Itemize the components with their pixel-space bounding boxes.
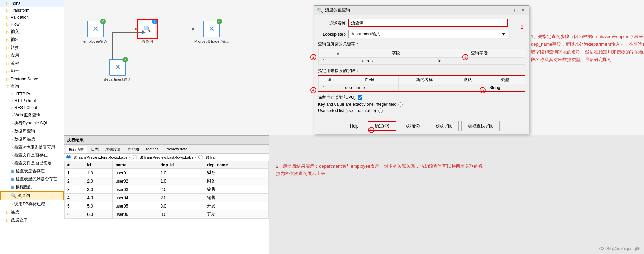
cell-num: 4 — [65, 194, 84, 202]
tab-step-metrics[interactable]: 步骤度量 — [102, 146, 124, 153]
sidebar-item-label: 输出 — [11, 37, 19, 43]
num6-label: 6 — [368, 127, 374, 133]
receive-fields-table-wrap: # Field 新的名称 默认 类型 1 dep_name — [318, 75, 525, 92]
cell-name: user04 — [112, 194, 158, 202]
sidebar-item-check-file-lock[interactable]: ○ 检查文件是否已锁定 — [0, 159, 64, 167]
sidebar-item-check-table-exist[interactable]: ▦ 检查表是否存在 — [0, 167, 64, 175]
sidebar-item-script[interactable]: ▷ 脚本 — [0, 68, 64, 76]
sidebar-item-joins[interactable]: ▷ Joins — [0, 0, 64, 7]
sidebar-item-stream-lookup[interactable]: 🔍 流查询 — [0, 191, 64, 200]
num6-circle: 6 — [368, 127, 376, 133]
close-button[interactable]: ✕ — [520, 8, 526, 13]
radio-first-rows[interactable] — [66, 155, 71, 159]
excel-node-box[interactable]: ✕ — [203, 21, 220, 37]
table1-row: 1 dep_id id — [319, 58, 525, 65]
sidebar-item-apply[interactable]: ▷ 应用 — [0, 52, 64, 60]
cancel-button[interactable]: 取消(C) — [399, 121, 426, 131]
sidebar-item-label: 执行Dynamic SQL — [14, 120, 48, 126]
sidebar-item-web-query[interactable]: ○ Web 服务查询 — [0, 111, 64, 119]
sidebar-item-connect[interactable]: ▷ 连接 — [0, 208, 64, 216]
minimize-button[interactable]: — — [505, 8, 512, 13]
lookup-step-select[interactable]: department输入 ▼ — [348, 30, 508, 38]
sidebar-item-label: 连接 — [11, 209, 19, 215]
radio-sorted[interactable] — [378, 108, 383, 113]
annotation1: 1、先指定查询步骤（因为根据employee表dep_id字段来查询depart… — [531, 33, 644, 63]
dialog-window: 🔍 流里的值查询 — □ ✕ 步骤名称 Lookup step departme… — [314, 5, 529, 134]
sidebar-item-flow[interactable]: ▷ Flow — [0, 21, 64, 28]
tab-preview[interactable]: Preview data — [162, 146, 190, 153]
sidebar-item-check-col-exist[interactable]: ▦ 检查表里的列是否存在 — [0, 175, 64, 183]
sidebar-item-transform[interactable]: ▷ Transform — [0, 7, 64, 14]
employee-node-box[interactable]: ✕ — [87, 21, 104, 37]
cell-dep-name: 开发 — [204, 202, 269, 210]
radio-integer[interactable] — [398, 102, 403, 107]
sidebar-item-output[interactable]: ▷ 输出 — [0, 36, 64, 44]
sidebar-item-label: Flow — [11, 22, 19, 27]
sidebar-item-fuzzy-match[interactable]: ▦ 模糊匹配 — [0, 183, 64, 191]
get-fields-button[interactable]: 获取字段 — [429, 121, 459, 131]
sidebar-item-rest[interactable]: ○ REST Client — [0, 104, 64, 111]
tab-metrics[interactable]: Metrics — [143, 146, 161, 153]
table-row: 4 4.0 user04 2.0 销售 — [65, 194, 269, 202]
cell-dep-name: 开发 — [204, 210, 269, 219]
cell-id: 6.0 — [84, 210, 112, 219]
radio-last-label: ${TransPreview.LastRows.Label} — [140, 155, 196, 159]
sidebar-item-label: HTTP Post — [14, 91, 34, 96]
folder-icon: ▷ — [6, 29, 9, 34]
sidebar-item-label: HTTP client — [14, 98, 36, 103]
sidebar-item-label: 检查文件是否存在 — [14, 152, 48, 158]
results-tabs: 执行历史 日志 步骤度量 性能图 Metrics Preview data — [64, 145, 269, 154]
sidebar-item-dynamic-sql[interactable]: ○ 执行Dynamic SQL — [0, 119, 64, 127]
checkbox1[interactable] — [358, 95, 362, 100]
results-header: 执行结果 — [64, 136, 269, 145]
radio-last-rows[interactable] — [133, 155, 137, 159]
dropdown-arrow-icon: ▼ — [501, 32, 506, 37]
tab-execution-history[interactable]: 执行历史 — [66, 146, 87, 153]
sidebar-item-http-post[interactable]: ○ HTTP Post — [0, 90, 64, 97]
tab-log[interactable]: 日志 — [88, 146, 102, 153]
folder-icon: ▷ — [6, 218, 9, 223]
tab-performance[interactable]: 性能图 — [125, 146, 142, 153]
step-name-input[interactable] — [348, 19, 508, 27]
sidebar-item-input[interactable]: ▷ 输入 — [0, 28, 64, 36]
folder-icon: ▷ — [6, 61, 9, 66]
cell-num: 3 — [65, 185, 84, 194]
sidebar-item-warehouse[interactable]: ▷ 数据仓库 — [0, 216, 64, 224]
radio-other[interactable] — [198, 155, 203, 159]
sidebar-item-db-query[interactable]: ○ 数据库查询 — [0, 127, 64, 135]
sidebar-item-check-file-exist[interactable]: ○ 检查文件是否存在 — [0, 151, 64, 159]
table-row: 3 3.0 user03 2.0 销售 — [65, 185, 269, 194]
sidebar-item-validation[interactable]: ▷ Validation — [0, 14, 64, 21]
sidebar-item-label: Pentaho Server — [11, 77, 40, 81]
get-lookup-fields-button[interactable]: 获取查找字段 — [461, 121, 500, 131]
excel-node-label: Microsoft Excel 输出 — [194, 39, 229, 44]
sidebar-item-call-procedure[interactable]: ○ 调用DB存储过程 — [0, 200, 64, 208]
sidebar-item-check-web[interactable]: ○ 检查web服务是否可用 — [0, 143, 64, 151]
help-button[interactable]: Help — [344, 121, 365, 131]
sidebar-item-http-client[interactable]: ○ HTTP client — [0, 97, 64, 104]
sidebar-item-pentaho[interactable]: ▷ Pentaho Server — [0, 76, 64, 82]
results-panel: 执行结果 执行历史 日志 步骤度量 性能图 Metrics Preview da… — [64, 135, 269, 254]
circle-icon: ○ — [10, 137, 13, 142]
lookup-step-label: Lookup step — [318, 32, 346, 37]
cell-id: 5.0 — [84, 202, 112, 210]
num1-label: 1 — [520, 24, 523, 30]
excel-node[interactable]: ✕ Microsoft Excel 输出 — [194, 21, 229, 44]
table-row: 2 2.0 user02 1.0 财务 — [65, 177, 269, 185]
sidebar-item-db-conn[interactable]: ○ 数据库连接 — [0, 135, 64, 143]
sidebar-item-label: 数据库连接 — [14, 136, 35, 142]
folder-icon: ▷ — [6, 77, 9, 81]
sidebar-item-label: 检查表是否存在 — [16, 168, 45, 174]
section2-label: 指定用来接收的字段： — [318, 68, 525, 74]
col-dep-name: dep_name — [204, 161, 269, 169]
folder-icon: ▷ — [6, 45, 9, 50]
dialog-titlebar: 🔍 流里的值查询 — □ ✕ — [314, 6, 529, 15]
maximize-button[interactable]: □ — [514, 8, 518, 13]
num4-label: 4 — [310, 87, 316, 93]
sidebar-item-process[interactable]: ▷ 流程 — [0, 60, 64, 68]
sidebar-item-label: 模糊匹配 — [16, 184, 32, 190]
circle-icon: ○ — [10, 121, 13, 126]
sidebar-item-query[interactable]: ▽ 查询 — [0, 82, 64, 90]
sidebar-item-transform2[interactable]: ▷ 转换 — [0, 44, 64, 52]
num4-circle: 4 — [310, 87, 318, 93]
